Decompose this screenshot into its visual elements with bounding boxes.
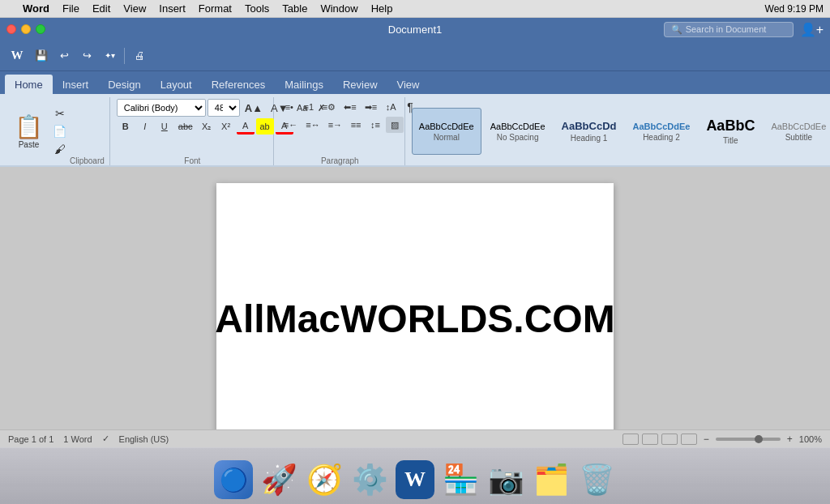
image-capture-icon: 📷: [488, 463, 524, 497]
undo-button[interactable]: ↩: [53, 45, 75, 66]
zoom-slider[interactable]: [716, 438, 781, 441]
dock-trash[interactable]: 🗑️: [577, 460, 616, 499]
menu-format[interactable]: Format: [199, 2, 232, 15]
style-title[interactable]: AaBbC Title: [699, 108, 762, 155]
cut-button[interactable]: ✂: [49, 105, 70, 122]
search-icon: 🔍: [671, 24, 682, 35]
menu-help[interactable]: Help: [371, 2, 393, 15]
dock-safari[interactable]: 🧭: [305, 460, 344, 499]
tab-review[interactable]: Review: [333, 75, 387, 94]
title-bar: Document1 🔍 Search in Document 👤+: [0, 18, 830, 41]
copy-button[interactable]: 📄: [49, 123, 70, 139]
tab-references[interactable]: References: [202, 75, 275, 94]
tab-home[interactable]: Home: [5, 75, 53, 94]
traffic-lights: [6, 24, 45, 34]
bold-button[interactable]: B: [117, 118, 135, 135]
redo-button[interactable]: ↪: [76, 45, 97, 66]
tab-design[interactable]: Design: [98, 75, 150, 94]
clipboard-label: Clipboard: [70, 153, 105, 165]
style-title-preview: AaBbC: [706, 117, 755, 135]
style-heading1[interactable]: AaBbCcDd Heading 1: [554, 108, 624, 155]
ribbon-group-styles: AaBbCcDdEe Normal AaBbCcDdEe No Spacing …: [407, 97, 830, 165]
dock-another-app[interactable]: 🗂️: [532, 460, 571, 499]
tab-insert[interactable]: Insert: [53, 75, 99, 94]
style-subtitle[interactable]: AaBbCcDdEe Subtitle: [764, 108, 830, 155]
save-button[interactable]: 💾: [31, 45, 52, 66]
line-spacing-button[interactable]: ↕≡: [366, 117, 384, 133]
tab-layout[interactable]: Layout: [151, 75, 202, 94]
menu-window[interactable]: Window: [320, 2, 357, 15]
maximize-button[interactable]: [36, 24, 45, 34]
tab-view[interactable]: View: [387, 75, 430, 94]
language[interactable]: English (US): [119, 434, 169, 444]
dock-word[interactable]: W: [396, 460, 434, 499]
style-title-label: Title: [723, 136, 738, 145]
dock-appstore[interactable]: 🏪: [441, 460, 480, 499]
font-color-button[interactable]: A: [237, 118, 255, 135]
dock-image-capture[interactable]: 📷: [486, 460, 525, 499]
menu-view[interactable]: View: [123, 2, 146, 15]
spell-check-icon[interactable]: ✓: [102, 434, 109, 444]
customize-button[interactable]: ✦▾: [99, 45, 120, 66]
ribbon-group-clipboard: 📋 Paste ✂ 📄 🖌 Clipboard: [3, 97, 110, 165]
close-button[interactable]: [6, 24, 16, 34]
format-painter-button[interactable]: 🖌: [49, 141, 70, 157]
menu-file[interactable]: File: [62, 2, 79, 15]
highlight-button[interactable]: ab: [256, 118, 274, 135]
web-layout-button[interactable]: [642, 434, 658, 445]
menu-insert[interactable]: Insert: [159, 2, 186, 15]
shading-button[interactable]: ▨: [386, 117, 404, 133]
superscript-button[interactable]: X²: [217, 118, 235, 135]
zoom-out-icon[interactable]: −: [704, 434, 709, 445]
zoom-level[interactable]: 100%: [799, 434, 822, 444]
zoom-thumb: [755, 435, 763, 443]
outline-button[interactable]: [661, 434, 678, 445]
increase-indent-button[interactable]: ➡≡: [362, 99, 380, 115]
print-layout-button[interactable]: [622, 434, 639, 445]
style-heading2[interactable]: AaBbCcDdEe Heading 2: [625, 108, 697, 155]
justify-button[interactable]: ≡≡: [347, 117, 365, 133]
print-button[interactable]: 🖨: [129, 45, 150, 66]
style-heading1-preview: AaBbCcDd: [562, 120, 617, 132]
increase-font-size-button[interactable]: A▲: [242, 100, 266, 116]
multilevel-list-button[interactable]: ≡⚙: [319, 99, 339, 115]
tab-mailings[interactable]: Mailings: [275, 75, 333, 94]
align-left-button[interactable]: ≡←: [280, 117, 301, 133]
menu-table[interactable]: Table: [282, 2, 307, 15]
sort-button[interactable]: ↕A: [382, 99, 400, 115]
dock-launchpad[interactable]: 🚀: [259, 460, 298, 499]
align-center-button[interactable]: ≡↔: [302, 117, 323, 133]
search-box[interactable]: 🔍 Search in Document: [664, 22, 794, 37]
align-right-button[interactable]: ≡→: [325, 117, 345, 133]
ribbon-group-font: Calibri (Body) 48 A▲ A▼ Aa ✗ B I U abc X…: [112, 97, 274, 165]
underline-button[interactable]: U: [156, 118, 173, 135]
document-page[interactable]: AllMacWORLDS.COM: [216, 183, 614, 429]
paste-button[interactable]: 📋 Paste: [8, 110, 49, 152]
strikethrough-button[interactable]: abc: [175, 118, 196, 135]
subscript-button[interactable]: X₂: [198, 118, 216, 135]
font-size-select[interactable]: 48: [208, 99, 240, 117]
italic-button[interactable]: I: [136, 118, 154, 135]
menu-tools[interactable]: Tools: [245, 2, 269, 15]
numbering-button[interactable]: ≡1: [300, 99, 318, 115]
minimize-button[interactable]: [21, 24, 31, 34]
style-normal[interactable]: AaBbCcDdEe Normal: [412, 108, 481, 155]
document-content[interactable]: AllMacWORLDS.COM: [215, 297, 614, 341]
font-name-select[interactable]: Calibri (Body): [117, 99, 206, 117]
menu-word[interactable]: Word: [23, 2, 49, 15]
decrease-indent-button[interactable]: ⬅≡: [340, 99, 359, 115]
bullets-button[interactable]: ≡•: [280, 99, 298, 115]
menu-edit[interactable]: Edit: [92, 2, 110, 15]
draft-button[interactable]: [681, 434, 697, 445]
dock-system-preferences[interactable]: ⚙️: [350, 460, 389, 499]
title-bar-right: 🔍 Search in Document 👤+: [664, 22, 824, 37]
paste-label: Paste: [19, 140, 40, 149]
toolbar-separator: [124, 48, 125, 64]
share-icon[interactable]: 👤+: [800, 22, 824, 37]
style-no-spacing[interactable]: AaBbCcDdEe No Spacing: [483, 108, 553, 155]
clipboard-sub-buttons: ✂ 📄 🖌: [49, 105, 70, 157]
font-label: Font: [184, 153, 200, 165]
zoom-in-icon[interactable]: +: [787, 434, 793, 445]
dock-finder[interactable]: 🔵: [214, 460, 253, 499]
trash-icon: 🗑️: [579, 463, 615, 497]
